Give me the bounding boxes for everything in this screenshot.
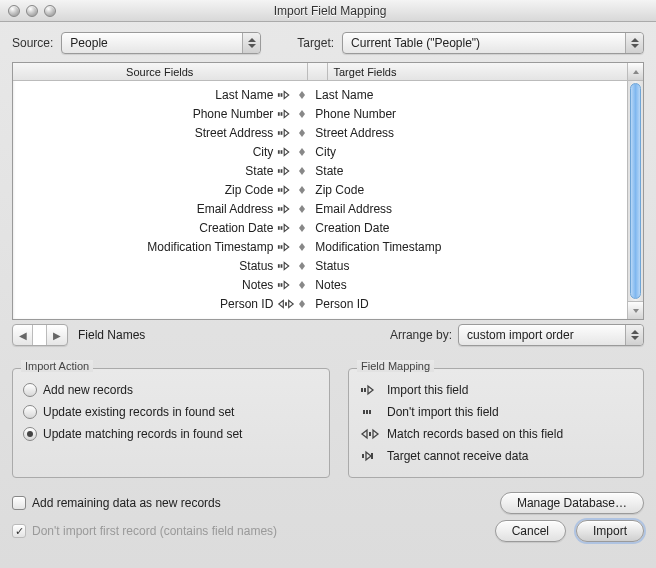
arrange-label: Arrange by: (390, 328, 452, 342)
legend-label: Target cannot receive data (387, 449, 528, 463)
record-pager[interactable]: ◀ ▶ (12, 324, 68, 346)
scroll-up-icon[interactable] (628, 63, 643, 81)
target-field: State (309, 164, 623, 178)
chevron-updown-icon (625, 325, 643, 345)
target-field: Phone Number (309, 107, 623, 121)
titlebar: Import Field Mapping (0, 0, 656, 22)
import-action-radio[interactable] (23, 405, 37, 419)
mapping-row[interactable]: Email AddressEmail Address (13, 199, 627, 218)
arrange-value: custom import order (467, 328, 574, 342)
mapping-row[interactable]: Person IDPerson ID (13, 294, 627, 313)
target-field: City (309, 145, 623, 159)
mapping-mode-icon[interactable] (277, 89, 295, 101)
mapping-row[interactable]: Phone NumberPhone Number (13, 104, 627, 123)
scrollbar[interactable] (627, 63, 643, 319)
target-field: Person ID (309, 297, 623, 311)
mapping-row[interactable]: NotesNotes (13, 275, 627, 294)
source-field: Phone Number (17, 107, 277, 121)
field-mapping-title: Field Mapping (357, 360, 434, 372)
legend-label: Don't import this field (387, 405, 499, 419)
mapping-row[interactable]: CityCity (13, 142, 627, 161)
import-action-radio[interactable] (23, 427, 37, 441)
target-field: Modification Timestamp (309, 240, 623, 254)
dont-import-first-checkbox (12, 524, 26, 538)
source-field: Zip Code (17, 183, 277, 197)
source-field: City (17, 145, 277, 159)
legend-icon (359, 406, 381, 418)
source-field: Status (17, 259, 277, 273)
target-field: Status (309, 259, 623, 273)
import-action-label: Update existing records in found set (43, 405, 234, 419)
mapping-list: Source Fields Target Fields Last NameLas… (12, 62, 644, 320)
mapping-mode-icon[interactable] (277, 260, 295, 272)
add-remaining-label: Add remaining data as new records (32, 496, 221, 510)
legend-icon (359, 428, 381, 440)
reorder-handle[interactable] (295, 205, 309, 213)
mapping-mode-icon[interactable] (277, 298, 295, 310)
col-target-fields[interactable]: Target Fields (328, 63, 628, 80)
mapping-mode-icon[interactable] (277, 108, 295, 120)
mapping-mode-icon[interactable] (277, 241, 295, 253)
reorder-handle[interactable] (295, 243, 309, 251)
target-select[interactable]: Current Table ("People") (342, 32, 644, 54)
source-value: People (70, 36, 107, 50)
mapping-mode-icon[interactable] (277, 127, 295, 139)
reorder-handle[interactable] (295, 129, 309, 137)
mapping-row[interactable]: Street AddressStreet Address (13, 123, 627, 142)
source-field: State (17, 164, 277, 178)
mapping-mode-icon[interactable] (277, 279, 295, 291)
mapping-mode-icon[interactable] (277, 203, 295, 215)
import-action-radio[interactable] (23, 383, 37, 397)
field-names-label: Field Names (78, 328, 145, 342)
mapping-row[interactable]: Zip CodeZip Code (13, 180, 627, 199)
manage-database-button[interactable]: Manage Database… (500, 492, 644, 514)
zoom-icon[interactable] (44, 5, 56, 17)
reorder-handle[interactable] (295, 224, 309, 232)
reorder-handle[interactable] (295, 300, 309, 308)
import-action-label: Update matching records in found set (43, 427, 242, 441)
source-field: Last Name (17, 88, 277, 102)
mapping-row[interactable]: StatusStatus (13, 256, 627, 275)
close-icon[interactable] (8, 5, 20, 17)
import-action-group: Import Action Add new recordsUpdate exis… (12, 368, 330, 478)
mapping-mode-icon[interactable] (277, 222, 295, 234)
mapping-mode-icon[interactable] (277, 146, 295, 158)
window-controls (8, 5, 56, 17)
pager-prev-icon[interactable]: ◀ (13, 325, 33, 345)
import-button[interactable]: Import (576, 520, 644, 542)
mapping-row[interactable]: Last NameLast Name (13, 85, 627, 104)
scroll-down-icon[interactable] (628, 301, 643, 319)
reorder-handle[interactable] (295, 148, 309, 156)
scrollbar-thumb[interactable] (630, 83, 641, 299)
arrange-select[interactable]: custom import order (458, 324, 644, 346)
chevron-updown-icon (242, 33, 260, 53)
field-mapping-group: Field Mapping Import this fieldDon't imp… (348, 368, 644, 478)
mapping-mode-icon[interactable] (277, 165, 295, 177)
reorder-handle[interactable] (295, 91, 309, 99)
import-action-label: Add new records (43, 383, 133, 397)
reorder-handle[interactable] (295, 262, 309, 270)
reorder-handle[interactable] (295, 281, 309, 289)
mapping-mode-icon[interactable] (277, 184, 295, 196)
mapping-row[interactable]: Modification TimestampModification Times… (13, 237, 627, 256)
mapping-row[interactable]: Creation DateCreation Date (13, 218, 627, 237)
source-field: Person ID (17, 297, 277, 311)
reorder-handle[interactable] (295, 110, 309, 118)
import-action-title: Import Action (21, 360, 93, 372)
target-field: Last Name (309, 88, 623, 102)
add-remaining-checkbox[interactable] (12, 496, 26, 510)
target-field: Street Address (309, 126, 623, 140)
target-field: Email Address (309, 202, 623, 216)
source-field: Street Address (17, 126, 277, 140)
target-field: Notes (309, 278, 623, 292)
source-select[interactable]: People (61, 32, 261, 54)
legend-icon (359, 384, 381, 396)
reorder-handle[interactable] (295, 167, 309, 175)
legend-icon (359, 450, 381, 462)
col-source-fields[interactable]: Source Fields (13, 63, 308, 80)
minimize-icon[interactable] (26, 5, 38, 17)
cancel-button[interactable]: Cancel (495, 520, 566, 542)
reorder-handle[interactable] (295, 186, 309, 194)
mapping-row[interactable]: StateState (13, 161, 627, 180)
pager-next-icon[interactable]: ▶ (47, 325, 67, 345)
